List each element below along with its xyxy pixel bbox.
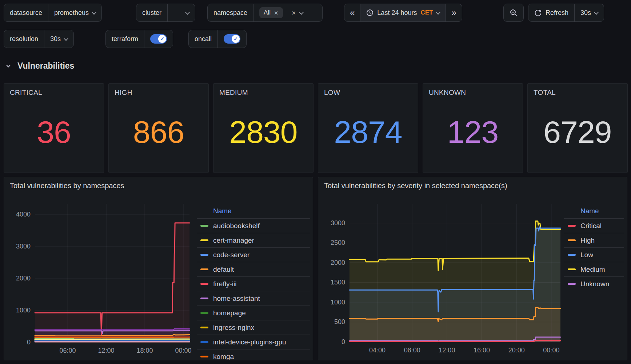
namespace-chip-all[interactable]: All ✕	[259, 7, 283, 18]
clear-selection-icon[interactable]: ✕	[292, 10, 296, 16]
legend-item-label: komga	[213, 353, 234, 361]
stat-value: 6729	[528, 97, 627, 173]
series-color-dash	[200, 327, 208, 328]
svg-text:3000: 3000	[331, 219, 345, 227]
section-title: Vulnerabilities	[17, 61, 74, 71]
legend-item-label: Medium	[580, 266, 605, 274]
namespace-value[interactable]: All ✕ ✕	[253, 4, 322, 21]
legend-item-firefly-iii[interactable]: firefly-iii	[197, 276, 310, 291]
check-icon: ✓	[232, 35, 240, 43]
legend-item-label: code-server	[213, 251, 249, 259]
svg-text:3000: 3000	[16, 243, 31, 250]
series-color-dash	[200, 239, 208, 241]
series-color-dash	[568, 283, 576, 285]
legend-item-ingress-nginx[interactable]: ingress-nginx	[197, 320, 310, 335]
legend-item-label: audiobookshelf	[213, 222, 260, 230]
stat-panel-critical: CRITICAL 36	[4, 83, 104, 173]
legend-item-label: firefly-iii	[213, 280, 236, 288]
refresh-picker[interactable]: Refresh 30s	[528, 4, 604, 22]
time-range-picker[interactable]: « Last 24 hours CET »	[344, 4, 462, 22]
legend-item-label: default	[213, 266, 234, 274]
refresh-icon	[534, 9, 542, 17]
terraform-control[interactable]: terraform ✓	[105, 30, 173, 48]
stat-title: HIGH	[109, 84, 208, 97]
svg-text:500: 500	[334, 318, 345, 325]
svg-text:4000: 4000	[16, 211, 31, 218]
legend-item-default[interactable]: default	[197, 262, 310, 276]
svg-text:0: 0	[27, 339, 31, 346]
legend-item-high[interactable]: High	[564, 233, 624, 247]
refresh-button[interactable]: Refresh	[528, 4, 574, 21]
series-color-dash	[568, 239, 576, 241]
legend-item-audiobookshelf[interactable]: audiobookshelf	[197, 218, 310, 233]
stat-value: 2874	[318, 97, 418, 173]
svg-text:16:00: 16:00	[474, 347, 490, 354]
legend-item-label: cert-manager	[213, 236, 254, 244]
datasource-value[interactable]: prometheus	[48, 4, 101, 21]
stat-title: LOW	[318, 84, 418, 97]
legend-item-low[interactable]: Low	[564, 247, 624, 262]
stat-value: 36	[4, 97, 104, 173]
stat-title: UNKNOWN	[423, 84, 523, 97]
time-range-button[interactable]: Last 24 hours CET	[360, 4, 446, 21]
refresh-interval-dropdown[interactable]: 30s	[574, 4, 604, 21]
legend-item-label: High	[580, 236, 595, 244]
time-shift-forward-button[interactable]: »	[446, 4, 462, 21]
time-shift-back-button[interactable]: «	[344, 4, 360, 21]
chart-legend: NameCriticalHighLowMediumUnknown	[564, 205, 624, 291]
time-zoom-out-button[interactable]	[503, 4, 524, 22]
stat-value: 866	[109, 97, 208, 173]
terraform-toggle[interactable]: ✓	[150, 34, 167, 44]
close-icon[interactable]: ✕	[274, 10, 279, 16]
series-color-dash	[568, 268, 576, 270]
namespace-picker[interactable]: namespace All ✕ ✕	[207, 4, 323, 22]
stat-value: 123	[423, 97, 523, 173]
chevrons-left-icon: «	[350, 8, 355, 17]
panel-vulnerabilities-by-namespace: Total vulnerabilities by namespaces 06:0…	[4, 177, 313, 360]
cluster-label: cluster	[136, 4, 167, 21]
series-color-dash	[200, 341, 208, 343]
legend-item-komga[interactable]: komga	[197, 349, 310, 360]
legend-item-label: intel-device-plugins-gpu	[213, 338, 286, 346]
grafana-dashboard: datasource prometheus cluster namespace …	[0, 0, 631, 364]
chevrons-right-icon: »	[451, 8, 456, 17]
legend-sort-name[interactable]: Name	[197, 205, 310, 218]
series-color-dash	[200, 356, 208, 357]
chevron-down-icon	[436, 10, 441, 15]
svg-text:04:00: 04:00	[369, 347, 386, 354]
timezone-text: CET	[420, 9, 433, 16]
legend-item-critical[interactable]: Critical	[564, 218, 624, 233]
chevron-down-icon	[594, 10, 599, 15]
svg-text:2500: 2500	[331, 239, 345, 246]
oncall-toggle[interactable]: ✓	[224, 34, 240, 44]
legend-sort-name[interactable]: Name	[564, 205, 624, 218]
chevron-down-icon	[299, 10, 304, 15]
svg-text:1000: 1000	[16, 307, 31, 314]
check-icon: ✓	[158, 35, 166, 43]
series-color-dash	[200, 225, 208, 227]
stat-panel-unknown: UNKNOWN 123	[423, 83, 523, 173]
resolution-picker[interactable]: resolution 30s	[4, 30, 74, 48]
chevron-down-icon	[185, 10, 190, 15]
legend-item-label: homepage	[213, 309, 246, 317]
svg-text:1500: 1500	[331, 279, 345, 286]
legend-item-code-server[interactable]: code-server	[197, 247, 310, 262]
legend-item-home-assistant[interactable]: home-assistant	[197, 291, 310, 306]
svg-text:1000: 1000	[331, 299, 345, 306]
cluster-value[interactable]	[167, 4, 195, 21]
resolution-value[interactable]: 30s	[44, 30, 73, 48]
legend-item-cert-manager[interactable]: cert-manager	[197, 233, 310, 247]
stat-panel-high: HIGH 866	[108, 83, 209, 173]
row-vulnerabilities[interactable]: Vulnerabilities	[6, 61, 74, 71]
oncall-control[interactable]: oncall ✓	[188, 30, 247, 48]
legend-item-homepage[interactable]: homepage	[197, 306, 310, 320]
legend-item-unknown[interactable]: Unknown	[564, 276, 624, 291]
series-color-dash	[200, 254, 208, 256]
legend-item-medium[interactable]: Medium	[564, 262, 624, 276]
cluster-picker[interactable]: cluster	[136, 4, 195, 22]
stat-title: TOTAL	[528, 84, 627, 97]
datasource-picker[interactable]: datasource prometheus	[4, 4, 102, 22]
svg-text:00:00: 00:00	[175, 347, 192, 354]
svg-text:06:00: 06:00	[60, 347, 76, 354]
legend-item-intel-device-plugins-gpu[interactable]: intel-device-plugins-gpu	[197, 335, 310, 349]
